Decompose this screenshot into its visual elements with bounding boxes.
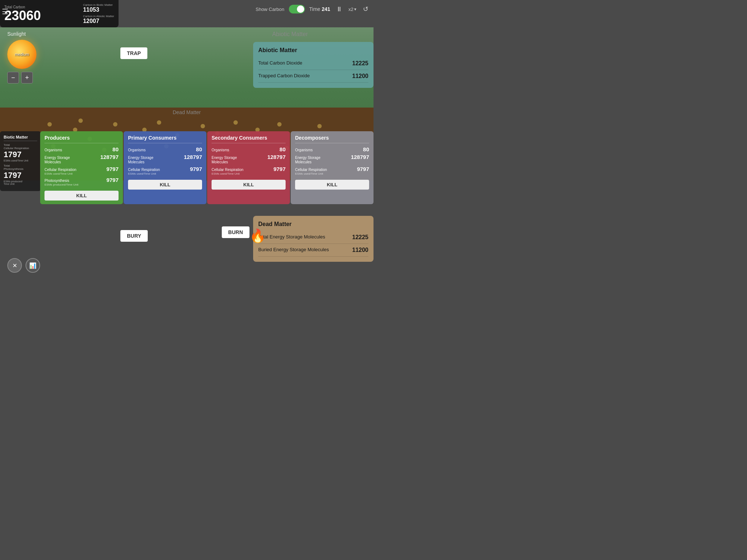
energy-label-block: Energy Storage Molecules	[295, 156, 321, 164]
abiotic-panel-title: Abiotic Matter	[258, 47, 368, 54]
biotic-respiration-label: TotalCellular Respiration	[4, 143, 37, 150]
respiration-label-block: Cellular Respiration ESMs used/Time Unit	[295, 168, 327, 175]
trapped-co2-label: Trapped Carbon Dioxide	[258, 73, 310, 79]
esm-dot	[78, 118, 83, 123]
photosynthesis-label: Photosynthesis ESMs produced/Time Unit	[44, 179, 78, 186]
sunlight-section: Sunlight medium − +	[7, 31, 36, 83]
biotic-photosynthesis-value: 1797	[4, 171, 37, 180]
card-energy-row: Energy Storage Molecules 128797	[128, 154, 202, 164]
card-title: Secondary Consumers	[212, 135, 286, 143]
esm-dot	[113, 122, 117, 127]
card-title: Producers	[44, 135, 119, 143]
card-energy-row: Energy Storage Molecules 128797	[44, 154, 119, 164]
biotic-respiration-value: 1797	[4, 150, 37, 159]
dead-row-1: Total Energy Storage Molecules 12225	[258, 231, 368, 244]
biotic-respiration-sub: ESMs used/Time Unit	[4, 159, 37, 162]
organisms-value: 80	[279, 146, 286, 152]
total-carbon-value: 23060	[4, 9, 79, 22]
abiotic-carbon-value: 12007	[83, 18, 114, 24]
abiotic-row-1: Total Carbon Dioxide 12225	[258, 57, 368, 70]
respiration-value: 9797	[190, 166, 202, 172]
speed-label: x2	[348, 7, 353, 12]
card-decomposers: Decomposers Organisms 80 Energy Storage …	[291, 131, 374, 204]
esm-dot	[277, 122, 282, 127]
total-esm-value: 12225	[352, 234, 369, 241]
close-button[interactable]: ✕	[7, 258, 22, 273]
dead-row-2: Buried Energy Storage Molecules 11200	[258, 244, 368, 257]
organisms-label: Organisms	[44, 148, 62, 152]
sun-intensity: medium	[15, 52, 29, 57]
esm-dot	[233, 120, 238, 125]
esm-dot	[317, 124, 322, 128]
kill-button[interactable]: KILL	[212, 180, 286, 190]
kill-button[interactable]: KILL	[44, 191, 119, 201]
kill-button[interactable]: KILL	[295, 180, 369, 190]
chart-button[interactable]: 📊	[26, 258, 40, 273]
hamburger-menu[interactable]: ☰	[2, 7, 8, 16]
abiotic-co2-value: 12225	[352, 60, 369, 67]
biotic-carbon: Carbon in Biotic Matter 11053	[83, 3, 114, 13]
chart-icon: 📊	[29, 262, 36, 269]
toggle-knob	[297, 5, 304, 13]
biotic-carbon-label: Carbon in Biotic Matter	[83, 3, 114, 7]
biotic-respiration: TotalCellular Respiration 1797 ESMs used…	[4, 143, 37, 162]
buried-esm-label: Buried Energy Storage Molecules	[258, 247, 329, 253]
sunlight-label: Sunlight	[7, 31, 36, 37]
energy-value: 128797	[267, 154, 286, 160]
organisms-value: 80	[112, 146, 119, 152]
respiration-value: 9797	[107, 166, 119, 172]
abiotic-row-2: Trapped Carbon Dioxide 11200	[258, 70, 368, 83]
total-carbon-section: Total Carbon 23060	[4, 5, 79, 22]
card-secondary-consumers: Secondary Consumers Organisms 80 Energy …	[207, 131, 290, 204]
fire-icon: 🔥	[249, 228, 266, 244]
energy-label-block: Energy Storage Molecules	[128, 156, 154, 164]
card-energy-row: Energy Storage Molecules 128797	[212, 154, 286, 164]
esm-dot	[157, 120, 161, 125]
card-photosynthesis-row: Photosynthesis ESMs produced/Time Unit 9…	[44, 177, 119, 186]
card-organisms-row: Organisms 80	[295, 146, 369, 152]
organisms-label: Organisms	[128, 148, 146, 152]
abiotic-matter-label: Abiotic Matter	[272, 31, 308, 38]
respiration-label-block: Cellular Respiration ESMs used/Time Unit	[44, 168, 76, 175]
abiotic-carbon: Carbon in Abiotic Matter 12007	[83, 15, 114, 24]
energy-value: 128797	[100, 154, 119, 160]
card-title: Decomposers	[295, 135, 369, 143]
card-organisms-row: Organisms 80	[44, 146, 119, 152]
time-value: 241	[322, 6, 330, 12]
show-carbon-toggle[interactable]	[289, 5, 305, 13]
energy-value: 128797	[184, 154, 202, 160]
energy-label-block: Energy Storage Molecules	[44, 156, 70, 164]
biotic-photosynthesis-sub: ESMs produced/Time Unit	[4, 180, 37, 185]
bury-button[interactable]: BURY	[120, 230, 148, 242]
organisms-label: Organisms	[295, 148, 313, 152]
sunlight-increase-button[interactable]: +	[21, 72, 33, 83]
abiotic-co2-label: Total Carbon Dioxide	[258, 60, 302, 67]
speed-button[interactable]: x2 ▼	[348, 7, 357, 12]
kill-button[interactable]: KILL	[128, 180, 202, 190]
respiration-value: 9797	[274, 166, 286, 172]
card-energy-row: Energy Storage Molecules 128797	[295, 154, 369, 164]
respiration-label-block: Cellular Respiration ESMs used/Time Unit	[212, 168, 243, 175]
esm-dot	[47, 122, 52, 127]
dead-panel: Dead Matter Total Energy Storage Molecul…	[253, 216, 374, 262]
burn-button[interactable]: BURN	[222, 226, 249, 238]
cards-area: Producers Organisms 80 Energy Storage Mo…	[40, 131, 374, 204]
card-respiration-row: Cellular Respiration ESMs used/Time Unit…	[128, 166, 202, 175]
trapped-co2-value: 11200	[352, 73, 369, 79]
total-esm-label: Total Energy Storage Molecules	[258, 234, 325, 241]
biotic-photosynthesis: TotalPhotosynthesis 1797 ESMs produced/T…	[4, 164, 37, 185]
card-organisms-row: Organisms 80	[128, 146, 202, 152]
trap-button[interactable]: TRAP	[120, 47, 147, 59]
time-label: Time	[309, 6, 321, 12]
bottom-buttons: ✕ 📊	[7, 258, 40, 273]
energy-value: 128797	[351, 154, 369, 160]
pause-button[interactable]: ⏸	[334, 4, 344, 15]
card-respiration-row: Cellular Respiration ESMs used/Time Unit…	[44, 166, 119, 175]
carbon-details: Carbon in Biotic Matter 11053 Carbon in …	[83, 3, 114, 24]
card-producers: Producers Organisms 80 Energy Storage Mo…	[40, 131, 123, 204]
abiotic-carbon-label: Carbon in Abiotic Matter	[83, 15, 114, 18]
sun-icon: medium	[7, 40, 36, 69]
sunlight-decrease-button[interactable]: −	[7, 72, 19, 83]
reset-button[interactable]: ↺	[361, 4, 370, 15]
photosynthesis-value: 9797	[107, 177, 119, 183]
